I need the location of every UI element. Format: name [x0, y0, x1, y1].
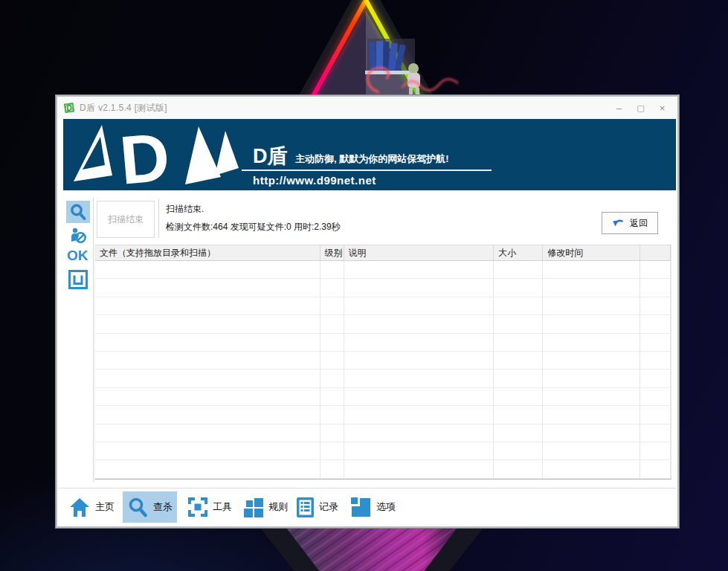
- table-cell: [640, 460, 671, 477]
- table-cell: [494, 460, 543, 477]
- table-cell: [344, 370, 495, 387]
- table-row[interactable]: [95, 315, 671, 333]
- table-cell: [494, 334, 543, 351]
- table-cell: [344, 334, 495, 351]
- table-row[interactable]: [95, 261, 671, 279]
- table-cell: [640, 442, 671, 459]
- titlebar[interactable]: D D盾 v2.1.5.4 [测试版] – ▢ ×: [57, 97, 677, 119]
- table-cell: [344, 406, 495, 423]
- maximize-button[interactable]: ▢: [630, 99, 651, 117]
- table-row[interactable]: [95, 460, 671, 478]
- table-cell: [640, 370, 671, 387]
- scan-status-line: 扫描结束.: [166, 203, 204, 216]
- table-cell: [344, 279, 495, 296]
- table-cell: [95, 388, 320, 405]
- table-cell: [320, 442, 344, 459]
- sidebar-scan-button[interactable]: [66, 201, 90, 223]
- sidebar-ok-label[interactable]: OK: [67, 248, 88, 264]
- table-cell: [344, 425, 495, 442]
- table-cell: [494, 406, 543, 423]
- brand-slogan: 主动防御, 默默为你的网站保驾护航!: [295, 152, 449, 166]
- column-header[interactable]: 大小: [494, 245, 543, 260]
- table-cell: [320, 334, 344, 351]
- window-title: D盾 v2.1.5.4 [测试版]: [80, 102, 167, 114]
- table-cell: [95, 279, 320, 296]
- tab-rules[interactable]: 规则: [239, 491, 292, 523]
- app-window: D D盾 v2.1.5.4 [测试版] – ▢ × D D盾 主动防御, 默默为…: [56, 95, 679, 528]
- table-cell: [344, 442, 495, 459]
- dshield-logo-icon: D: [68, 122, 249, 187]
- table-cell: [95, 370, 320, 387]
- scan-magnifier-icon: [127, 497, 148, 517]
- svg-text:D: D: [117, 122, 173, 187]
- magnifier-icon: [69, 203, 87, 221]
- table-cell: [320, 388, 344, 405]
- tab-scan-label: 查杀: [153, 500, 173, 514]
- tab-tools[interactable]: 工具: [184, 491, 236, 523]
- column-header[interactable]: 文件（支持拖放目录和扫描）: [95, 245, 320, 260]
- table-body: [95, 261, 671, 479]
- table-cell: [640, 315, 671, 332]
- minimize-button[interactable]: –: [608, 99, 630, 117]
- table-cell: [543, 388, 640, 405]
- person-block-icon: [69, 227, 87, 245]
- table-cell: [543, 406, 640, 423]
- tab-scan[interactable]: 查杀: [123, 491, 177, 523]
- table-cell: [95, 442, 320, 459]
- options-icon: [351, 497, 371, 517]
- column-header[interactable]: 说明: [344, 245, 495, 260]
- table-cell: [320, 425, 344, 442]
- table-cell: [320, 297, 344, 314]
- brand-url[interactable]: http://www.d99net.net: [253, 174, 376, 187]
- log-icon: [297, 497, 314, 517]
- sidebar-quarantine-button[interactable]: [66, 225, 90, 247]
- column-header[interactable]: [640, 245, 671, 260]
- table-cell: [494, 442, 543, 459]
- table-row[interactable]: [95, 297, 671, 315]
- home-icon: [69, 497, 90, 517]
- table-cell: [344, 352, 495, 369]
- table-cell: [640, 406, 671, 423]
- table-row[interactable]: [95, 388, 671, 406]
- scan-result-summary: 检测文件数:464 发现可疑文件:0 用时:2.39秒: [166, 221, 341, 233]
- column-header[interactable]: 级别: [320, 245, 344, 260]
- table-cell: [344, 388, 495, 405]
- tab-log[interactable]: 记录: [292, 491, 343, 523]
- table-row[interactable]: [95, 279, 671, 297]
- column-header[interactable]: 修改时间: [543, 245, 640, 260]
- table-row[interactable]: [95, 352, 671, 370]
- tab-tools-label: 工具: [213, 500, 232, 514]
- tab-home-label: 主页: [95, 500, 115, 514]
- close-button[interactable]: ×: [651, 99, 673, 117]
- back-button-label: 返回: [630, 217, 648, 230]
- table-cell: [543, 261, 640, 278]
- tab-options[interactable]: 选项: [347, 491, 400, 523]
- table-cell: [95, 261, 320, 278]
- table-row[interactable]: [95, 370, 671, 387]
- table-cell: [95, 425, 320, 442]
- table-cell: [344, 460, 495, 477]
- table-row[interactable]: [95, 334, 671, 352]
- table-cell: [320, 261, 344, 278]
- table-cell: [320, 370, 344, 387]
- banner-divider: [242, 170, 492, 171]
- table-row[interactable]: [95, 406, 671, 424]
- table-row[interactable]: [95, 425, 671, 442]
- sidebar-box-button[interactable]: [66, 268, 90, 291]
- table-row[interactable]: [95, 442, 671, 460]
- tab-home[interactable]: 主页: [65, 491, 119, 523]
- table-cell: [494, 352, 543, 369]
- back-button[interactable]: 返回: [602, 212, 658, 234]
- brand-name: D盾: [253, 143, 288, 170]
- app-icon: D: [63, 102, 75, 114]
- sidebar-separator: [93, 198, 94, 482]
- table-cell: [640, 425, 671, 442]
- results-table: 文件（支持拖放目录和扫描）级别说明大小修改时间: [94, 245, 671, 480]
- table-cell: [95, 352, 320, 369]
- table-cell: [320, 460, 344, 477]
- table-cell: [494, 370, 543, 387]
- table-cell: [543, 297, 640, 314]
- svg-text:D: D: [66, 104, 71, 112]
- table-cell: [344, 261, 495, 278]
- scan-finished-button[interactable]: 扫描结束: [97, 201, 155, 238]
